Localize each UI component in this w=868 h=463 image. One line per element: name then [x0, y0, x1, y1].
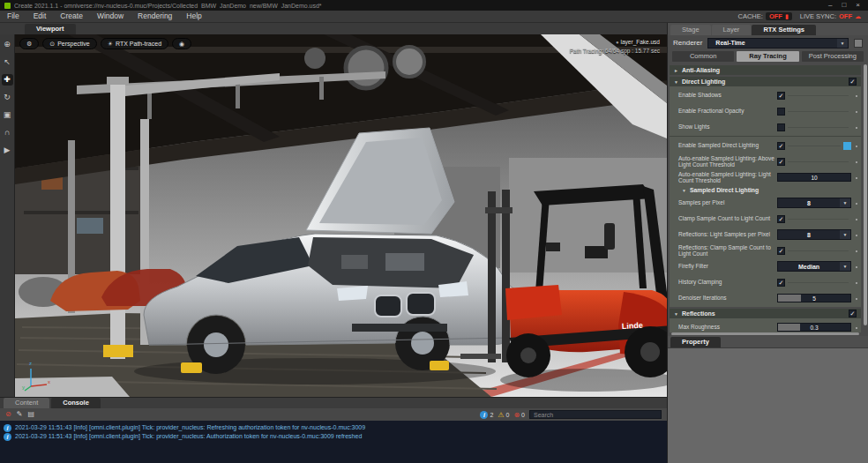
dropdown-firefly-filter[interactable]: Median▼ [777, 261, 851, 272]
error-count[interactable]: ⊗ 0 [513, 411, 525, 419]
menu-rendering[interactable]: Rendering [131, 11, 179, 22]
window-controls: – □ × [828, 1, 864, 10]
dropdown-value: 8 [778, 200, 840, 206]
reset-indicator[interactable] [851, 227, 857, 243]
tab-console[interactable]: Console [51, 398, 101, 408]
checkbox-enable-fractional-opacity[interactable] [777, 108, 785, 116]
tab-layer[interactable]: Layer [712, 25, 752, 35]
setting-label: Show Lights [678, 123, 777, 130]
scale-tool-icon[interactable]: ▣ [2, 109, 13, 121]
setting-control: ✓ [777, 279, 851, 287]
setting-control: 10 [777, 173, 851, 182]
setting-row-denoiser-iterations: Denoiser Iterations5 [670, 290, 861, 306]
reset-indicator[interactable] [851, 138, 857, 153]
checkbox-history-clamping[interactable]: ✓ [777, 279, 785, 287]
tab-rtx-settings[interactable]: RTX Settings [752, 25, 816, 35]
horizontal-scrollbar[interactable] [671, 332, 859, 335]
right-panel-tabs: Stage Layer RTX Settings [668, 23, 868, 35]
camera-selector-button[interactable]: ⊙ Perspective [42, 38, 96, 49]
application-window: Create 2021.1.1 - omniverse://nv-nucleus… [0, 0, 868, 463]
snap-tool-icon[interactable]: ∩ [2, 127, 13, 138]
checkbox-enable-sampled-direct-lighting[interactable]: ✓ [777, 142, 785, 150]
warning-icon: ⚠ [498, 411, 504, 419]
section-title: Direct Lighting [682, 78, 725, 85]
reset-indicator[interactable] [851, 119, 857, 135]
log-line: i2021-03-29 11:51:43 [Info] [omni.client… [4, 432, 663, 441]
checkbox-auto-enable-sampled-lighting-above-light-count-threshold[interactable]: ✓ [777, 158, 785, 166]
axis-y-label: y [22, 385, 25, 390]
console-log[interactable]: i2021-03-29 11:51:43 [Info] [omni.client… [0, 421, 667, 463]
tab-stage[interactable]: Stage [670, 25, 711, 35]
rotate-tool-icon[interactable]: ↻ [2, 92, 13, 103]
reset-indicator[interactable] [851, 87, 857, 103]
reset-indicator[interactable] [851, 103, 857, 119]
livesync-status[interactable]: LIVE SYNC: OFF ☁ [800, 12, 861, 20]
reset-indicator[interactable] [851, 290, 857, 306]
tab-content[interactable]: Content [4, 398, 49, 408]
maximize-button[interactable]: □ [842, 1, 846, 10]
renderer-dropdown[interactable]: Real-Time ▼ [707, 38, 849, 49]
search-input[interactable] [529, 410, 662, 419]
dropdown-reflections-light-samples-per-pixel[interactable]: 8▼ [777, 229, 851, 240]
renderer-extra-button[interactable] [854, 39, 863, 48]
warning-count[interactable]: ⚠ 0 [498, 411, 509, 419]
status-bar: CACHE: OFF ▮ LIVE SYNC: OFF ☁ [738, 12, 868, 20]
menu-file[interactable]: File [0, 11, 26, 22]
reset-indicator[interactable] [851, 319, 857, 332]
checkbox-enable-shadows[interactable]: ✓ [777, 92, 785, 100]
select-tool-icon[interactable]: ↖ [2, 56, 13, 68]
accent-swatch[interactable] [843, 142, 851, 150]
subtab-post-processing[interactable]: Post Processing [802, 51, 864, 62]
vertical-scrollbar[interactable] [864, 64, 867, 325]
subtab-common[interactable]: Common [672, 51, 734, 62]
cache-status[interactable]: CACHE: OFF ▮ [738, 12, 792, 20]
menu-create[interactable]: Create [53, 11, 90, 22]
tab-viewport[interactable]: Viewport [25, 24, 76, 34]
checkbox-reflections[interactable]: ✓ [849, 310, 857, 317]
reset-indicator[interactable] [851, 169, 857, 185]
section-anti-aliasing[interactable]: ►Anti-Aliasing [670, 65, 861, 75]
edit-icon[interactable]: ✎ [17, 409, 23, 420]
dropdown-value: 8 [778, 232, 840, 238]
slider-max-roughness[interactable]: 0.3 [777, 323, 851, 332]
visibility-button[interactable]: ◉ [172, 38, 191, 49]
close-button[interactable]: × [856, 1, 860, 10]
play-tool-icon[interactable]: ▶ [2, 145, 13, 156]
tab-property[interactable]: Property [670, 337, 721, 347]
folder-icon[interactable]: ▤ [27, 409, 34, 420]
setting-control: ✓ [777, 215, 851, 223]
menu-window[interactable]: Window [90, 11, 131, 22]
menu-help[interactable]: Help [179, 11, 208, 22]
reset-indicator[interactable] [851, 274, 857, 290]
reset-indicator[interactable] [851, 153, 857, 169]
dropdown-samples-per-pixel[interactable]: 8▼ [777, 198, 851, 208]
reset-indicator[interactable] [851, 258, 857, 274]
section-title: Reflections [682, 310, 715, 317]
world-tool-icon[interactable]: ⊕ [2, 39, 13, 50]
setting-label: Max Roughness [678, 324, 777, 330]
reset-indicator[interactable] [851, 195, 857, 211]
move-tool-icon[interactable]: ✚ [2, 74, 13, 86]
subtab-ray-tracing[interactable]: Ray Tracing [737, 51, 798, 62]
render-mode-button[interactable]: ☀ RTX Path-traced [101, 38, 168, 49]
viewport-3d[interactable]: Linde ⚙ ⊙ Perspective ☀ RTX Path-traced … [15, 34, 667, 397]
checkbox-reflections-clamp-sample-count-to-light-count[interactable]: ✓ [777, 247, 785, 255]
setting-control: ✓ [777, 92, 851, 100]
clear-console-icon[interactable]: ⊘ [5, 409, 11, 420]
subsection-sampled-direct-lighting[interactable]: ▼Sampled Direct Lighting [670, 185, 861, 195]
checkbox-clamp-sample-count-to-light-count[interactable]: ✓ [777, 215, 785, 223]
viewport-settings-button[interactable]: ⚙ [19, 38, 39, 49]
checkbox-show-lights[interactable] [777, 123, 785, 131]
slider-denoiser-iterations[interactable]: 5 [777, 294, 851, 302]
renderer-label: Renderer [673, 39, 702, 47]
info-icon: i [4, 433, 11, 441]
reset-indicator[interactable] [851, 243, 857, 258]
section-reflections[interactable]: ▼Reflections✓ [670, 309, 861, 318]
minimize-button[interactable]: – [828, 1, 832, 10]
checkbox-direct-lighting[interactable]: ✓ [849, 78, 857, 86]
value-field-auto-enable-sampled-lighting-light-count-threshold[interactable]: 10 [777, 173, 851, 182]
menu-edit[interactable]: Edit [26, 11, 54, 22]
reset-indicator[interactable] [851, 211, 857, 227]
info-count[interactable]: i 2 [480, 411, 493, 419]
section-direct-lighting[interactable]: ▼Direct Lighting✓ [670, 77, 861, 86]
